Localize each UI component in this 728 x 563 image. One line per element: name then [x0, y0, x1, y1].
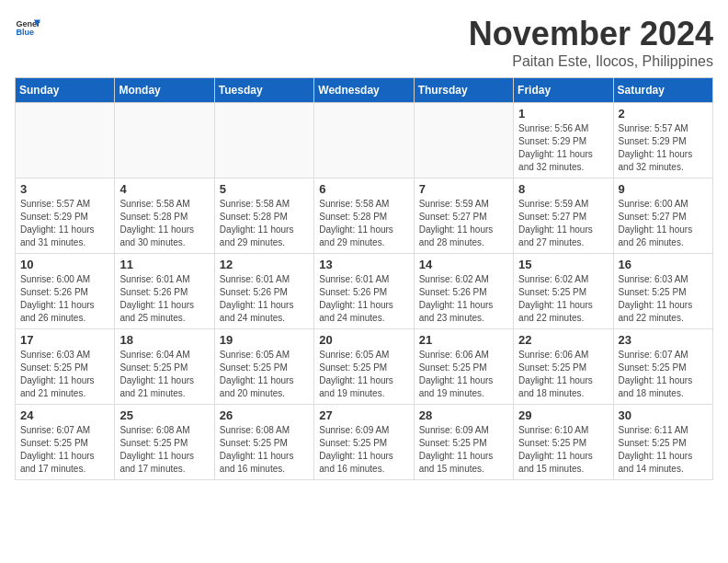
day-number: 17	[20, 333, 109, 347]
day-info: Sunrise: 5:59 AM Sunset: 5:27 PM Dayligh…	[518, 198, 608, 249]
day-number: 23	[619, 333, 708, 347]
calendar-cell: 11Sunrise: 6:01 AM Sunset: 5:26 PM Dayli…	[115, 254, 214, 329]
day-number: 9	[619, 182, 708, 196]
weekday-header: Wednesday	[314, 78, 414, 103]
day-number: 20	[319, 333, 408, 347]
day-number: 26	[220, 408, 309, 422]
day-info: Sunrise: 6:08 AM Sunset: 5:25 PM Dayligh…	[119, 424, 209, 476]
location-title: Paitan Este, Ilocos, Philippines	[469, 53, 713, 70]
day-number: 16	[619, 258, 708, 271]
day-info: Sunrise: 6:01 AM Sunset: 5:26 PM Dayligh…	[319, 273, 408, 325]
day-info: Sunrise: 6:07 AM Sunset: 5:25 PM Dayligh…	[20, 424, 109, 476]
calendar-cell	[214, 103, 313, 178]
day-info: Sunrise: 6:06 AM Sunset: 5:25 PM Dayligh…	[518, 349, 608, 400]
title-area: November 2024 Paitan Este, Ilocos, Phili…	[469, 15, 713, 70]
day-info: Sunrise: 6:03 AM Sunset: 5:25 PM Dayligh…	[619, 273, 708, 325]
day-info: Sunrise: 6:01 AM Sunset: 5:26 PM Dayligh…	[220, 273, 309, 325]
day-number: 27	[319, 408, 408, 422]
calendar-cell: 13Sunrise: 6:01 AM Sunset: 5:26 PM Dayli…	[314, 254, 414, 329]
calendar-cell: 9Sunrise: 6:00 AM Sunset: 5:27 PM Daylig…	[613, 178, 712, 254]
calendar-cell: 30Sunrise: 6:11 AM Sunset: 5:25 PM Dayli…	[613, 405, 712, 480]
calendar-header: SundayMondayTuesdayWednesdayThursdayFrid…	[16, 78, 713, 103]
calendar-week-row: 10Sunrise: 6:00 AM Sunset: 5:26 PM Dayli…	[16, 254, 713, 329]
logo: General Blue	[15, 15, 40, 40]
calendar-week-row: 3Sunrise: 5:57 AM Sunset: 5:29 PM Daylig…	[16, 178, 713, 254]
day-info: Sunrise: 6:00 AM Sunset: 5:27 PM Dayligh…	[619, 198, 708, 249]
logo-icon: General Blue	[15, 15, 40, 40]
day-number: 12	[220, 258, 309, 271]
day-number: 2	[619, 107, 708, 121]
day-info: Sunrise: 5:57 AM Sunset: 5:29 PM Dayligh…	[619, 122, 708, 174]
day-number: 15	[518, 258, 608, 271]
day-info: Sunrise: 6:02 AM Sunset: 5:26 PM Dayligh…	[419, 273, 508, 325]
calendar-cell: 18Sunrise: 6:04 AM Sunset: 5:25 PM Dayli…	[115, 329, 214, 405]
day-info: Sunrise: 6:02 AM Sunset: 5:25 PM Dayligh…	[518, 273, 608, 325]
day-number: 21	[419, 333, 508, 347]
day-info: Sunrise: 5:56 AM Sunset: 5:29 PM Dayligh…	[518, 122, 608, 174]
calendar-week-row: 1Sunrise: 5:56 AM Sunset: 5:29 PM Daylig…	[16, 103, 713, 178]
weekday-header: Thursday	[414, 78, 513, 103]
day-info: Sunrise: 5:58 AM Sunset: 5:28 PM Dayligh…	[220, 198, 309, 249]
calendar-cell	[314, 103, 414, 178]
header-row: SundayMondayTuesdayWednesdayThursdayFrid…	[16, 78, 713, 103]
calendar-cell: 28Sunrise: 6:09 AM Sunset: 5:25 PM Dayli…	[414, 405, 513, 480]
day-info: Sunrise: 6:01 AM Sunset: 5:26 PM Dayligh…	[119, 273, 209, 325]
day-number: 28	[419, 408, 508, 422]
day-number: 22	[518, 333, 608, 347]
day-number: 14	[419, 258, 508, 271]
day-number: 29	[518, 408, 608, 422]
calendar-cell: 21Sunrise: 6:06 AM Sunset: 5:25 PM Dayli…	[414, 329, 513, 405]
calendar-cell: 1Sunrise: 5:56 AM Sunset: 5:29 PM Daylig…	[514, 103, 613, 178]
day-number: 25	[119, 408, 209, 422]
day-info: Sunrise: 6:03 AM Sunset: 5:25 PM Dayligh…	[20, 349, 109, 400]
day-number: 19	[220, 333, 309, 347]
calendar-cell: 6Sunrise: 5:58 AM Sunset: 5:28 PM Daylig…	[314, 178, 414, 254]
calendar-cell: 4Sunrise: 5:58 AM Sunset: 5:28 PM Daylig…	[115, 178, 214, 254]
calendar-cell: 16Sunrise: 6:03 AM Sunset: 5:25 PM Dayli…	[613, 254, 712, 329]
calendar-cell: 19Sunrise: 6:05 AM Sunset: 5:25 PM Dayli…	[214, 329, 313, 405]
day-number: 8	[518, 182, 608, 196]
day-number: 5	[220, 182, 309, 196]
day-number: 11	[119, 258, 209, 271]
calendar-cell: 10Sunrise: 6:00 AM Sunset: 5:26 PM Dayli…	[16, 254, 115, 329]
calendar-cell: 3Sunrise: 5:57 AM Sunset: 5:29 PM Daylig…	[16, 178, 115, 254]
day-info: Sunrise: 5:57 AM Sunset: 5:29 PM Dayligh…	[20, 198, 109, 249]
calendar-cell: 20Sunrise: 6:05 AM Sunset: 5:25 PM Dayli…	[314, 329, 414, 405]
day-number: 30	[619, 408, 708, 422]
calendar-cell: 22Sunrise: 6:06 AM Sunset: 5:25 PM Dayli…	[514, 329, 613, 405]
calendar-cell: 24Sunrise: 6:07 AM Sunset: 5:25 PM Dayli…	[16, 405, 115, 480]
day-info: Sunrise: 6:09 AM Sunset: 5:25 PM Dayligh…	[319, 424, 408, 476]
day-number: 18	[119, 333, 209, 347]
calendar-body: 1Sunrise: 5:56 AM Sunset: 5:29 PM Daylig…	[16, 103, 713, 480]
day-info: Sunrise: 6:09 AM Sunset: 5:25 PM Dayligh…	[419, 424, 508, 476]
calendar-cell: 26Sunrise: 6:08 AM Sunset: 5:25 PM Dayli…	[214, 405, 313, 480]
day-info: Sunrise: 6:06 AM Sunset: 5:25 PM Dayligh…	[419, 349, 508, 400]
weekday-header: Sunday	[16, 78, 115, 103]
day-info: Sunrise: 6:05 AM Sunset: 5:25 PM Dayligh…	[220, 349, 309, 400]
day-info: Sunrise: 6:07 AM Sunset: 5:25 PM Dayligh…	[619, 349, 708, 400]
calendar-table: SundayMondayTuesdayWednesdayThursdayFrid…	[15, 77, 713, 480]
calendar-cell: 14Sunrise: 6:02 AM Sunset: 5:26 PM Dayli…	[414, 254, 513, 329]
month-title: November 2024	[469, 15, 713, 53]
calendar-week-row: 17Sunrise: 6:03 AM Sunset: 5:25 PM Dayli…	[16, 329, 713, 405]
calendar-cell	[16, 103, 115, 178]
day-number: 13	[319, 258, 408, 271]
day-info: Sunrise: 5:58 AM Sunset: 5:28 PM Dayligh…	[119, 198, 209, 249]
day-info: Sunrise: 6:11 AM Sunset: 5:25 PM Dayligh…	[619, 424, 708, 476]
day-info: Sunrise: 6:05 AM Sunset: 5:25 PM Dayligh…	[319, 349, 408, 400]
calendar-cell: 7Sunrise: 5:59 AM Sunset: 5:27 PM Daylig…	[414, 178, 513, 254]
weekday-header: Monday	[115, 78, 214, 103]
day-number: 4	[119, 182, 209, 196]
day-info: Sunrise: 6:04 AM Sunset: 5:25 PM Dayligh…	[119, 349, 209, 400]
weekday-header: Saturday	[613, 78, 712, 103]
calendar-cell	[115, 103, 214, 178]
calendar-cell: 27Sunrise: 6:09 AM Sunset: 5:25 PM Dayli…	[314, 405, 414, 480]
day-number: 7	[419, 182, 508, 196]
day-info: Sunrise: 5:58 AM Sunset: 5:28 PM Dayligh…	[319, 198, 408, 249]
calendar-cell: 25Sunrise: 6:08 AM Sunset: 5:25 PM Dayli…	[115, 405, 214, 480]
calendar-cell: 2Sunrise: 5:57 AM Sunset: 5:29 PM Daylig…	[613, 103, 712, 178]
calendar-cell	[414, 103, 513, 178]
svg-text:Blue: Blue	[16, 28, 34, 37]
calendar-cell: 12Sunrise: 6:01 AM Sunset: 5:26 PM Dayli…	[214, 254, 313, 329]
day-info: Sunrise: 6:10 AM Sunset: 5:25 PM Dayligh…	[518, 424, 608, 476]
